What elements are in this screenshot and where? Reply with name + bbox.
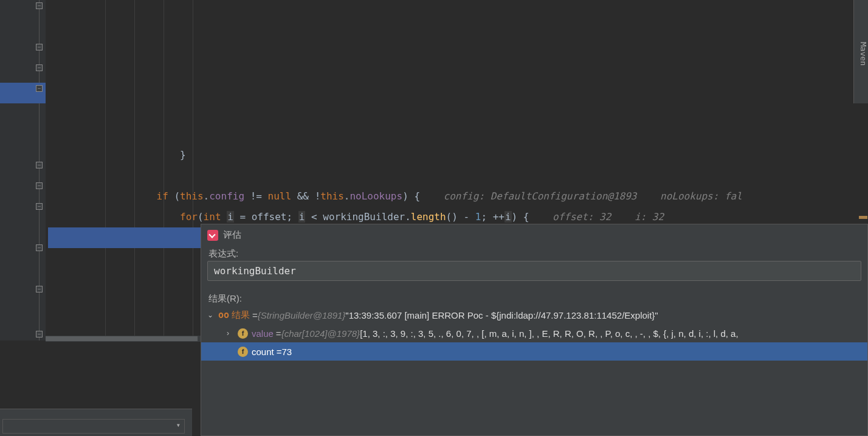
inline-debug-hint: config: DefaultConfiguration@1893 noLook… xyxy=(420,190,742,202)
chevron-down-icon[interactable]: ⌄ xyxy=(207,311,216,319)
fold-toggle-icon[interactable]: − xyxy=(36,182,43,189)
results-tree[interactable]: ⌄oo结果 = {StringBuilder@1891} "13:39:35.6… xyxy=(201,306,867,361)
result-type: {StringBuilder@1891} xyxy=(258,310,346,320)
editor-gutter: − − − − − − − − − − xyxy=(0,0,46,341)
fold-toggle-icon[interactable]: − xyxy=(36,162,43,168)
variables-filter-dropdown[interactable] xyxy=(2,419,185,434)
bottom-left-panel xyxy=(0,409,192,436)
expression-input[interactable] xyxy=(207,261,861,281)
result-type: {char[1024]@1978} xyxy=(281,328,360,339)
evaluate-expression-popup: 评估 表达式: 结果(R): ⌄oo结果 = {StringBuilder@18… xyxy=(201,224,868,436)
field-icon: f xyxy=(238,328,248,339)
result-row[interactable]: ›fvalue = {char[1024]@1978} [1, 3, :, 3,… xyxy=(201,324,867,342)
code-line[interactable] xyxy=(48,165,868,186)
result-name: count xyxy=(252,347,274,357)
object-icon: oo xyxy=(218,310,229,320)
result-value: "13:39:35.607 [main] ERROR Poc - ${jndi:… xyxy=(345,310,658,320)
fold-toggle-icon[interactable]: − xyxy=(36,64,43,71)
fold-toggle-icon[interactable]: − xyxy=(36,331,43,337)
result-name: 结果 xyxy=(232,310,250,321)
inline-debug-hint: offset: 32 i: 32 xyxy=(529,211,664,223)
fold-toggle-icon[interactable]: − xyxy=(36,286,43,292)
evaluate-header[interactable]: 评估 xyxy=(201,224,867,246)
fold-toggle-icon[interactable]: − xyxy=(36,203,43,210)
right-tool-label: Maven xyxy=(859,42,868,66)
right-tool-tab-maven[interactable]: Maven xyxy=(853,0,868,103)
fold-toggle-icon[interactable]: − xyxy=(36,85,43,92)
field-icon: f xyxy=(238,347,248,357)
chevron-right-icon[interactable]: › xyxy=(227,329,235,337)
results-label: 结果(R): xyxy=(201,291,867,306)
result-value: [1, 3, :, 3, 9, :, 3, 5, ., 6, 0, 7, , [… xyxy=(360,328,738,339)
evaluate-title: 评估 xyxy=(223,229,241,241)
intellij-product-icon xyxy=(207,230,218,241)
expression-label: 表达式: xyxy=(201,246,867,261)
code-line[interactable]: if (this.config != null && !this.noLooku… xyxy=(48,186,868,207)
fold-toggle-icon[interactable]: − xyxy=(36,44,43,50)
scrollbar-thumb[interactable] xyxy=(46,336,198,341)
result-value: 73 xyxy=(281,347,292,357)
equals-sign: = xyxy=(276,328,281,339)
equals-sign: = xyxy=(277,347,282,357)
fold-toggle-icon[interactable]: − xyxy=(36,2,43,9)
code-line[interactable]: } xyxy=(48,145,868,165)
result-name: value xyxy=(252,328,274,339)
result-row[interactable]: fcount = 73 xyxy=(201,342,867,361)
equals-sign: = xyxy=(252,310,258,320)
result-row[interactable]: ⌄oo结果 = {StringBuilder@1891} "13:39:35.6… xyxy=(201,306,867,324)
marker-warning[interactable] xyxy=(859,216,867,219)
fold-toggle-icon[interactable]: − xyxy=(36,244,43,251)
